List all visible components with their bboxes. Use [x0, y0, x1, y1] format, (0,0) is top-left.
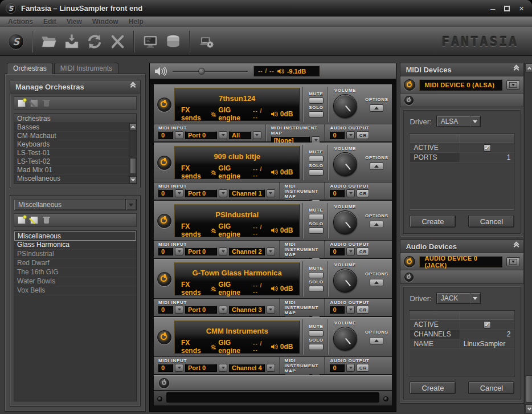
orchestras-list-scrollbar[interactable]	[129, 123, 136, 184]
device-power-button[interactable]	[404, 256, 415, 267]
list-item[interactable]: Glass Harmonica	[14, 241, 136, 250]
scroll-down-icon[interactable]	[129, 176, 137, 184]
midi-device-select[interactable]: MIDI DEVICE 0 (ALSA)	[419, 79, 502, 91]
options-button[interactable]	[370, 337, 383, 344]
edit-orchestra-button[interactable]	[30, 99, 38, 107]
reset-sampler-button[interactable]	[107, 31, 128, 52]
midi-port-select[interactable]: Port 0	[185, 306, 217, 314]
active-checkbox[interactable]: ✓	[484, 321, 491, 328]
options-button[interactable]	[370, 279, 383, 286]
midi-device-select[interactable]: 0	[158, 306, 173, 314]
chevron-down-icon[interactable]	[219, 364, 227, 372]
volume-knob[interactable]	[333, 152, 357, 176]
channel-routing-button[interactable]: CR	[357, 306, 369, 314]
options-button[interactable]	[370, 163, 383, 170]
audio-device-select[interactable]: 0	[330, 306, 345, 314]
create-button[interactable]: Create	[410, 215, 456, 228]
collapse-icon[interactable]	[131, 85, 135, 89]
midi-port-select[interactable]: Port 0	[185, 364, 217, 372]
list-item[interactable]: Water Bowls	[14, 277, 136, 286]
solo-button[interactable]	[309, 286, 324, 292]
menu-actions[interactable]: Actions	[3, 18, 38, 26]
scroll-up-icon[interactable]	[525, 63, 532, 72]
menu-edit[interactable]: Edit	[39, 18, 61, 26]
midi-channel-select[interactable]: Channel 4	[229, 364, 265, 372]
edit-instrument-button[interactable]	[30, 216, 38, 224]
engine-button[interactable]: GIG engine	[218, 222, 248, 238]
channel-power-button[interactable]	[157, 156, 171, 170]
channel-instrument-name[interactable]: 7thsun124	[175, 88, 299, 108]
list-item[interactable]: Basses	[14, 123, 129, 132]
fx-sends-button[interactable]: FX sends	[181, 339, 206, 355]
engine-button[interactable]: GIG engine	[218, 106, 248, 122]
table-row[interactable]: ACTIVE ✓	[410, 320, 514, 330]
chevron-down-icon[interactable]	[346, 364, 355, 372]
channel-routing-button[interactable]: CR	[357, 364, 369, 372]
tab-orchestras[interactable]: Orchestras	[7, 63, 53, 74]
volume-knob[interactable]	[333, 94, 357, 118]
channel-power-button[interactable]	[157, 272, 171, 286]
channel-instrument-name[interactable]: PSIndustrial	[175, 205, 299, 224]
delete-instrument-button[interactable]	[43, 216, 51, 224]
list-item[interactable]: Miscellaneous	[14, 174, 129, 183]
list-item[interactable]: LS-Test-02	[14, 157, 129, 166]
solo-button[interactable]	[309, 111, 324, 117]
volume-knob[interactable]	[333, 327, 357, 351]
new-device-power-button[interactable]	[404, 96, 414, 105]
midi-port-select[interactable]: Port 0	[185, 131, 217, 139]
add-instrument-button[interactable]	[18, 216, 26, 224]
active-checkbox[interactable]: ✓	[484, 144, 491, 152]
minimize-button[interactable]: –	[490, 4, 495, 13]
midi-channel-select[interactable]: Channel 3	[229, 306, 265, 314]
chevron-down-icon[interactable]	[470, 116, 480, 127]
table-row[interactable]: PORTS 1	[410, 153, 514, 163]
chevron-down-icon[interactable]	[506, 80, 520, 90]
chevron-down-icon[interactable]	[175, 306, 183, 314]
close-button[interactable]: ×	[519, 4, 524, 13]
channel-instrument-name[interactable]: CMM Instruments	[175, 321, 299, 340]
list-item[interactable]: Miscellaneous	[14, 232, 136, 241]
list-item[interactable]: Mad Mix 01	[14, 166, 129, 174]
channel-volume-value[interactable]: 0dB	[280, 110, 293, 118]
chevron-down-icon[interactable]	[219, 306, 227, 314]
table-row[interactable]: ACTIVE ✓	[410, 143, 514, 153]
channel-power-button[interactable]	[157, 98, 171, 112]
cancel-button[interactable]: Cancel	[468, 215, 514, 228]
midi-device-select[interactable]: 0	[158, 364, 173, 372]
chevron-down-icon[interactable]	[346, 247, 355, 255]
chevron-down-icon[interactable]	[253, 131, 261, 139]
midi-channel-select[interactable]: Channel 2	[229, 247, 265, 255]
slider-thumb[interactable]	[198, 68, 205, 75]
channel-volume-value[interactable]: 0dB	[280, 343, 293, 351]
create-button[interactable]: Create	[410, 381, 456, 394]
engine-button[interactable]: GIG engine	[218, 281, 248, 297]
chevron-down-icon[interactable]	[219, 131, 227, 139]
chevron-down-icon[interactable]	[267, 247, 275, 255]
options-button[interactable]	[370, 221, 383, 228]
orchestra-select[interactable]: Miscellaneous	[14, 199, 137, 210]
fx-sends-button[interactable]: FX sends	[181, 164, 206, 180]
master-volume-slider[interactable]	[173, 68, 248, 75]
solo-button[interactable]	[309, 344, 324, 350]
add-orchestra-button[interactable]	[18, 99, 26, 107]
chevron-down-icon[interactable]	[175, 189, 183, 197]
list-item[interactable]: LS-Test-01	[14, 149, 129, 157]
scrollbar-thumb[interactable]	[526, 375, 532, 403]
midi-port-select[interactable]: Port 0	[185, 189, 217, 197]
list-item[interactable]: Red Dwarf	[14, 259, 136, 268]
list-item[interactable]: CM-Machaut	[14, 132, 129, 140]
chevron-down-icon[interactable]	[219, 189, 227, 197]
chevron-down-icon[interactable]	[125, 200, 136, 210]
mute-button[interactable]	[309, 214, 324, 220]
tab-midi-instruments[interactable]: MIDI Instruments	[54, 63, 118, 74]
midi-device-select[interactable]: 0	[158, 189, 173, 197]
fx-sends-button[interactable]: FX sends	[181, 281, 206, 297]
chevron-down-icon[interactable]	[506, 257, 520, 266]
channel-instrument-name[interactable]: G-Town Glass Harmonica	[175, 263, 299, 282]
menu-help[interactable]: Help	[124, 18, 148, 26]
midi-port-select[interactable]: Port 0	[185, 247, 217, 255]
midi-device-select[interactable]: 0	[158, 247, 173, 255]
audio-device-select[interactable]: 0	[330, 189, 345, 197]
fx-sends-button[interactable]: FX sends	[181, 222, 206, 238]
window-scrollbar[interactable]	[524, 63, 532, 414]
